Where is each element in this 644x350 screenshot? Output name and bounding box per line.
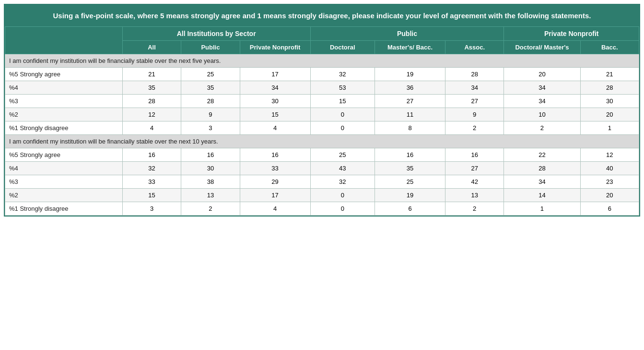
row-assoc-0-4: 2 xyxy=(445,121,504,135)
row-masters-bacc-0-3: 11 xyxy=(375,108,445,121)
row-private-np-0-3: 15 xyxy=(240,108,310,121)
row-masters-bacc-1-1: 35 xyxy=(375,162,445,175)
row-bacc-1-4: 6 xyxy=(580,202,639,216)
row-assoc-1-2: 42 xyxy=(445,175,504,189)
row-label-1-2: %3 xyxy=(5,175,123,189)
row-all-0-4: 4 xyxy=(122,121,181,135)
col-bacc-header: Bacc. xyxy=(580,41,639,54)
table-row: %21291501191020 xyxy=(5,108,639,121)
row-label-0-0: %5 Strongly agree xyxy=(5,68,123,81)
row-bacc-0-0: 21 xyxy=(580,68,639,81)
row-doctoral-0-3: 0 xyxy=(310,108,375,121)
data-table: All Institutions by Sector Public Privat… xyxy=(5,26,639,216)
sector-public-header: Public xyxy=(310,27,504,41)
row-assoc-0-1: 34 xyxy=(445,81,504,95)
row-bacc-1-2: 23 xyxy=(580,175,639,189)
table-row: %1 Strongly disagree32406216 xyxy=(5,202,639,216)
row-masters-bacc-1-3: 19 xyxy=(375,189,445,202)
row-all-0-1: 35 xyxy=(122,81,181,95)
empty-header xyxy=(5,27,123,54)
row-doctoral-1-4: 0 xyxy=(310,202,375,216)
row-label-0-1: %4 xyxy=(5,81,123,95)
col-assoc-header: Assoc. xyxy=(445,41,504,54)
row-private-np-1-3: 17 xyxy=(240,189,310,202)
row-public-0-0: 25 xyxy=(181,68,240,81)
row-public-0-3: 9 xyxy=(181,108,240,121)
row-bacc-0-1: 28 xyxy=(580,81,639,95)
row-doctoral-0-0: 32 xyxy=(310,68,375,81)
row-label-0-4: %1 Strongly disagree xyxy=(5,121,123,135)
row-assoc-0-2: 27 xyxy=(445,95,504,108)
row-doctoral-1-3: 0 xyxy=(310,189,375,202)
row-doctoral-0-4: 0 xyxy=(310,121,375,135)
row-bacc-1-0: 12 xyxy=(580,148,639,162)
row-doc-masters-1-2: 34 xyxy=(504,175,580,189)
col-public-header: Public xyxy=(181,41,240,54)
row-bacc-0-3: 20 xyxy=(580,108,639,121)
row-private-np-1-4: 4 xyxy=(240,202,310,216)
table-row: %2151317019131420 xyxy=(5,189,639,202)
row-all-1-3: 15 xyxy=(122,189,181,202)
row-all-0-0: 21 xyxy=(122,68,181,81)
row-private-np-0-0: 17 xyxy=(240,68,310,81)
row-label-1-4: %1 Strongly disagree xyxy=(5,202,123,216)
row-public-1-1: 30 xyxy=(181,162,240,175)
row-all-1-0: 16 xyxy=(122,148,181,162)
section-header-0: I am confident my institution will be fi… xyxy=(5,54,639,68)
row-public-0-2: 28 xyxy=(181,95,240,108)
row-bacc-1-3: 20 xyxy=(580,189,639,202)
row-private-np-1-1: 33 xyxy=(240,162,310,175)
row-doc-masters-1-4: 1 xyxy=(504,202,580,216)
row-masters-bacc-0-1: 36 xyxy=(375,81,445,95)
row-doctoral-1-1: 43 xyxy=(310,162,375,175)
row-label-1-0: %5 Strongly agree xyxy=(5,148,123,162)
row-doc-masters-1-1: 28 xyxy=(504,162,580,175)
row-assoc-1-4: 2 xyxy=(445,202,504,216)
row-doc-masters-0-3: 10 xyxy=(504,108,580,121)
row-doc-masters-0-2: 34 xyxy=(504,95,580,108)
table-row: %43230334335272840 xyxy=(5,162,639,175)
row-label-0-3: %2 xyxy=(5,108,123,121)
row-all-0-2: 28 xyxy=(122,95,181,108)
table-row: %43535345336343428 xyxy=(5,81,639,95)
row-masters-bacc-0-0: 19 xyxy=(375,68,445,81)
row-public-1-2: 38 xyxy=(181,175,240,189)
row-doc-masters-0-4: 2 xyxy=(504,121,580,135)
table-row: %5 Strongly agree1616162516162212 xyxy=(5,148,639,162)
row-public-1-3: 13 xyxy=(181,189,240,202)
row-doc-masters-0-0: 20 xyxy=(504,68,580,81)
row-all-1-1: 32 xyxy=(122,162,181,175)
row-all-1-4: 3 xyxy=(122,202,181,216)
row-label-0-2: %3 xyxy=(5,95,123,108)
row-doc-masters-1-0: 22 xyxy=(504,148,580,162)
table-row: %5 Strongly agree2125173219282021 xyxy=(5,68,639,81)
table-row: %33338293225423423 xyxy=(5,175,639,189)
row-public-1-4: 2 xyxy=(181,202,240,216)
row-public-0-1: 35 xyxy=(181,81,240,95)
row-doctoral-1-2: 32 xyxy=(310,175,375,189)
row-private-np-0-4: 4 xyxy=(240,121,310,135)
col-private-np-header: Private Nonprofit xyxy=(240,41,310,54)
sector-all-header: All Institutions by Sector xyxy=(122,27,310,41)
row-private-np-1-0: 16 xyxy=(240,148,310,162)
row-public-1-0: 16 xyxy=(181,148,240,162)
sector-private-header: Private Nonprofit xyxy=(504,27,639,41)
row-all-1-2: 33 xyxy=(122,175,181,189)
table-title: Using a five-point scale, where 5 means … xyxy=(5,5,639,26)
col-all-header: All xyxy=(122,41,181,54)
row-private-np-1-2: 29 xyxy=(240,175,310,189)
table-row: %1 Strongly disagree43408221 xyxy=(5,121,639,135)
row-assoc-1-0: 16 xyxy=(445,148,504,162)
section-header-1: I am confident my institution will be fi… xyxy=(5,135,639,148)
row-private-np-0-1: 34 xyxy=(240,81,310,95)
col-doc-masters-header: Doctoral/ Master's xyxy=(504,41,580,54)
row-masters-bacc-1-4: 6 xyxy=(375,202,445,216)
row-doc-masters-1-3: 14 xyxy=(504,189,580,202)
row-label-1-3: %2 xyxy=(5,189,123,202)
main-container: Using a five-point scale, where 5 means … xyxy=(4,4,640,217)
row-assoc-0-0: 28 xyxy=(445,68,504,81)
row-assoc-1-1: 27 xyxy=(445,162,504,175)
row-bacc-0-4: 1 xyxy=(580,121,639,135)
row-doctoral-0-1: 53 xyxy=(310,81,375,95)
row-assoc-0-3: 9 xyxy=(445,108,504,121)
